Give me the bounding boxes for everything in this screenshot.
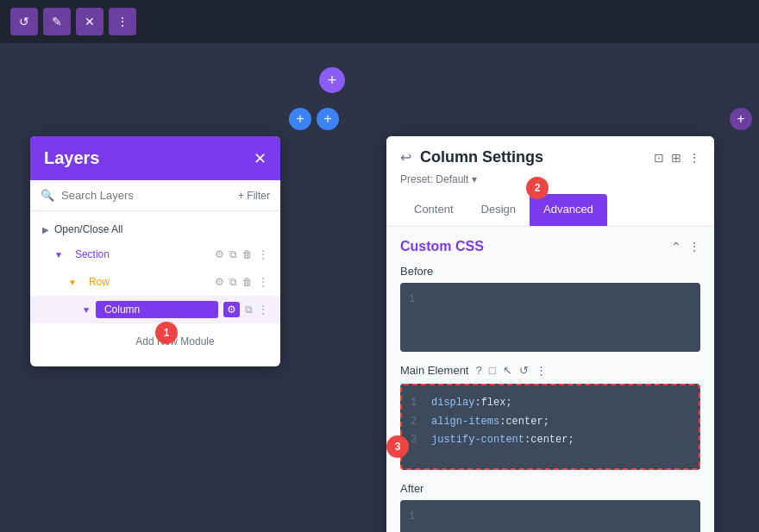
main-code-text-2: align-items:center; — [431, 413, 549, 432]
filter-button[interactable]: + Filter — [238, 190, 270, 202]
toolbar-btn-2[interactable]: ✎ — [43, 8, 71, 35]
after-code-line-1: 1 — [409, 509, 692, 525]
main-line-num-3: 3 — [411, 431, 423, 450]
reset-icon[interactable]: ↺ — [519, 364, 529, 377]
settings-title-row: ↩ Column Settings ⊡ ⊞ ⋮ — [400, 148, 700, 166]
css-more-icon[interactable]: ⋮ — [688, 240, 700, 253]
before-code-line-1: 1 — [409, 291, 692, 308]
step-1-label: 1 — [164, 327, 170, 339]
section-settings-icon[interactable]: ⚙ — [215, 248, 224, 260]
cursor-icon[interactable]: ↖ — [503, 364, 512, 377]
step-2-label: 2 — [535, 182, 541, 194]
top-toolbar: ↺ ✎ ✕ ⋮ — [0, 0, 759, 43]
add-right-button[interactable]: + — [730, 108, 752, 130]
tab-design[interactable]: Design — [467, 194, 530, 226]
canvas-area: + + + + Layers ✕ 🔍 + Filter ▶ Open/Close… — [0, 43, 759, 532]
column-settings-icon[interactable]: ⚙ — [223, 302, 240, 317]
tab-advanced-label: Advanced — [543, 203, 593, 216]
step-badge-3: 3 — [386, 435, 409, 458]
plus-icon-blue-2: + — [323, 111, 331, 127]
more-icon-toolbar: ⋮ — [116, 15, 129, 28]
main-element-row: Main Element ? □ ↖ ↺ ⋮ — [400, 364, 700, 377]
toolbar-btn-1[interactable]: ↺ — [10, 8, 38, 35]
toolbar-btn-3[interactable]: ✕ — [76, 8, 104, 35]
more-settings-icon[interactable]: ⋮ — [688, 151, 700, 165]
section-caret-icon: ▼ — [54, 250, 63, 260]
column-label: Column — [96, 301, 218, 318]
row-copy-icon[interactable]: ⧉ — [229, 276, 237, 288]
mobile-icon[interactable]: □ — [489, 364, 496, 377]
tree-item-column[interactable]: ▼ Column ⚙ ⧉ ⋮ — [30, 296, 280, 323]
settings-header: ↩ Column Settings ⊡ ⊞ ⋮ Preset: Default … — [386, 136, 714, 227]
tree-item-row[interactable]: ▼ Row ⚙ ⧉ 🗑 ⋮ — [30, 268, 280, 296]
section-more-icon[interactable]: ⋮ — [258, 248, 268, 260]
main-element-label: Main Element — [400, 364, 468, 377]
rotate-icon: ↺ — [19, 15, 29, 28]
tab-content[interactable]: Content — [400, 194, 467, 226]
help-icon[interactable]: ? — [475, 364, 481, 377]
add-btns-row: + + — [289, 108, 339, 130]
layers-close-button[interactable]: ✕ — [254, 149, 267, 168]
section-label: Section — [68, 246, 210, 263]
preset-text: Preset: Default ▾ — [400, 173, 700, 185]
colon-1: : — [474, 397, 480, 409]
settings-tabs: Content Design Advanced — [400, 194, 700, 226]
open-close-label: Open/Close All — [54, 223, 122, 235]
column-settings-panel: ↩ Column Settings ⊡ ⊞ ⋮ Preset: Default … — [386, 136, 714, 532]
step-badge-2: 2 — [526, 177, 549, 199]
sidebar-icon[interactable]: ⊞ — [671, 151, 681, 165]
fullscreen-icon[interactable]: ⊡ — [654, 151, 664, 165]
row-settings-icon[interactable]: ⚙ — [215, 276, 224, 288]
main-code-text-3: justify-content:center; — [431, 431, 574, 450]
column-icons: ⚙ ⧉ ⋮ — [223, 302, 268, 317]
tab-content-label: Content — [414, 203, 454, 216]
main-line-num-1: 1 — [411, 394, 423, 413]
css-val-1: flex; — [481, 397, 512, 409]
preset-label[interactable]: Preset: Default — [400, 173, 468, 185]
add-section-button[interactable]: + — [319, 67, 345, 93]
column-caret-icon: ▼ — [82, 305, 91, 315]
main-code-line-2: 2 align-items:center; — [411, 413, 690, 432]
collapse-icon[interactable]: ⌃ — [671, 240, 681, 253]
step-3-label: 3 — [395, 441, 401, 453]
row-label: Row — [82, 273, 210, 291]
row-more-icon[interactable]: ⋮ — [258, 276, 268, 288]
add-row-button-2[interactable]: + — [317, 108, 339, 130]
main-element-code-editor[interactable]: 1 display:flex; 2 align-items:center; 3 … — [400, 384, 700, 470]
css-section-control-icons: ⌃ ⋮ — [671, 240, 700, 253]
tab-advanced[interactable]: Advanced — [530, 194, 607, 226]
after-line-number: 1 — [409, 509, 421, 525]
main-code-text-1: display:flex; — [431, 394, 512, 413]
main-code-line-3: 3 justify-content:center; — [411, 431, 690, 450]
caret-icon: ▶ — [42, 225, 49, 235]
column-copy-icon[interactable]: ⧉ — [245, 304, 253, 316]
header-icons-group: ⊡ ⊞ ⋮ — [654, 151, 700, 165]
main-line-num-2: 2 — [411, 413, 423, 432]
row-delete-icon[interactable]: 🗑 — [242, 276, 253, 288]
search-icon: 🔍 — [41, 189, 54, 202]
layers-search-bar: 🔍 + Filter — [30, 180, 280, 211]
section-copy-icon[interactable]: ⧉ — [229, 248, 237, 260]
column-more-icon[interactable]: ⋮ — [258, 304, 268, 316]
main-code-line-1: 1 display:flex; — [411, 394, 690, 413]
after-code-editor[interactable]: 1 — [400, 500, 700, 532]
step-badge-1: 1 — [155, 322, 178, 344]
css-val-2: center; — [505, 416, 549, 428]
section-icons: ⚙ ⧉ 🗑 ⋮ — [215, 248, 268, 260]
open-close-all[interactable]: ▶ Open/Close All — [30, 218, 280, 241]
close-icon-toolbar: ✕ — [85, 15, 95, 28]
row-caret-icon: ▼ — [68, 278, 77, 287]
layers-title: Layers — [44, 148, 100, 168]
plus-icon-blue-1: + — [296, 111, 304, 127]
search-input[interactable] — [61, 189, 231, 202]
main-more-icon[interactable]: ⋮ — [536, 364, 547, 377]
settings-panel-title: Column Settings — [420, 148, 645, 166]
add-row-button-1[interactable]: + — [289, 108, 311, 130]
back-button[interactable]: ↩ — [400, 149, 411, 166]
tree-item-section[interactable]: ▼ Section ⚙ ⧉ 🗑 ⋮ — [30, 241, 280, 268]
toolbar-btn-4[interactable]: ⋮ — [109, 8, 136, 35]
section-delete-icon[interactable]: 🗑 — [242, 248, 253, 260]
before-code-editor[interactable]: 1 — [400, 283, 700, 352]
custom-css-title: Custom CSS — [400, 239, 484, 254]
after-label: After — [400, 482, 700, 495]
